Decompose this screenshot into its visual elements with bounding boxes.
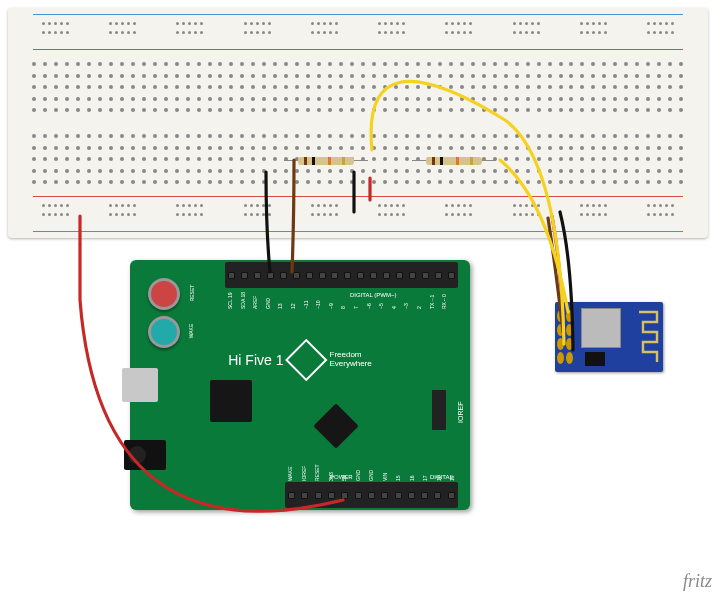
pin-bot-2: RESET xyxy=(314,464,320,481)
pin-bot-10: 17 xyxy=(422,475,428,481)
pin-bot-1: IOREF xyxy=(301,466,307,481)
sifive-logo-icon xyxy=(285,339,327,381)
pin-bot-0: WAKE xyxy=(287,466,293,481)
pin-top-15: 2 xyxy=(416,306,422,309)
logo-chip-icon xyxy=(313,403,358,448)
breadboard-rail-bottom xyxy=(18,196,698,232)
breadboard xyxy=(8,8,708,238)
pin-top-11: ~6 xyxy=(366,303,372,309)
mcu-chip-icon xyxy=(210,380,252,422)
pin-top-5: 12 xyxy=(290,303,296,309)
ioref-label: IOREF xyxy=(457,402,464,423)
pin-top-13: 4 xyxy=(391,306,397,309)
hifive-header-top xyxy=(225,262,458,288)
barrel-jack xyxy=(124,440,166,470)
ioref-jumper xyxy=(432,390,446,430)
esp-flash-chip-icon xyxy=(585,352,605,366)
breadboard-rail-top xyxy=(18,14,698,50)
hifive1-board: RESET WAKE IOREF Hi Five 1 Freedom Every… xyxy=(130,260,470,510)
esp-pin-header xyxy=(557,310,573,364)
board-name-block: Hi Five 1 Freedom Everywhere xyxy=(228,345,371,375)
pin-top-0: SCL 19 xyxy=(227,293,233,310)
pin-top-9: 8 xyxy=(340,306,346,309)
pin-top-3: GND xyxy=(265,298,271,309)
reset-button[interactable] xyxy=(148,278,180,310)
pin-bot-5: GND xyxy=(355,470,361,481)
resistor-r2 xyxy=(426,157,482,165)
esp8266-module xyxy=(555,302,663,372)
pin-bot-3: 3V3 xyxy=(328,472,334,481)
pcb-antenna-icon xyxy=(637,308,659,366)
breadboard-grid xyxy=(32,62,684,184)
hifive-header-bottom xyxy=(285,482,458,508)
pin-top-10: 7 xyxy=(353,306,359,309)
esp-rf-shield-icon xyxy=(581,308,621,348)
usb-port xyxy=(122,368,158,402)
watermark-text: fritz xyxy=(683,571,712,592)
pin-top-12: ~5 xyxy=(378,303,384,309)
resistor-r1 xyxy=(298,157,354,165)
pin-top-14: ~3 xyxy=(403,303,409,309)
pin-top-16: TX→1 xyxy=(429,295,435,309)
wake-label: WAKE xyxy=(188,324,194,339)
pin-top-17: RX←0 xyxy=(441,294,447,309)
pin-top-7: ~10 xyxy=(315,301,321,309)
pin-bot-9: 16 xyxy=(409,475,415,481)
pin-bot-12: 19 xyxy=(449,475,455,481)
pin-top-6: ~11 xyxy=(303,301,309,309)
pin-bot-6: GND xyxy=(368,470,374,481)
board-name-text: Hi Five 1 xyxy=(228,352,283,368)
pin-bot-11: 18 xyxy=(436,475,442,481)
pin-bot-4: 5V xyxy=(341,475,347,481)
section-digital-top: DIGITAL (PWM~) xyxy=(350,292,397,298)
pin-top-4: 13 xyxy=(277,303,283,309)
circuit-canvas: { "diagram": { "title": "HiFive1 with ES… xyxy=(0,0,720,600)
wake-button[interactable] xyxy=(148,316,180,348)
pin-top-2: AREF xyxy=(252,296,258,309)
reset-label: RESET xyxy=(189,285,195,302)
board-slogan: Freedom Everywhere xyxy=(329,351,371,369)
pin-bot-8: 15 xyxy=(395,475,401,481)
pin-top-1: SDA 18 xyxy=(240,292,246,309)
pin-bot-7: VIN xyxy=(382,473,388,481)
pin-top-8: ~9 xyxy=(328,303,334,309)
